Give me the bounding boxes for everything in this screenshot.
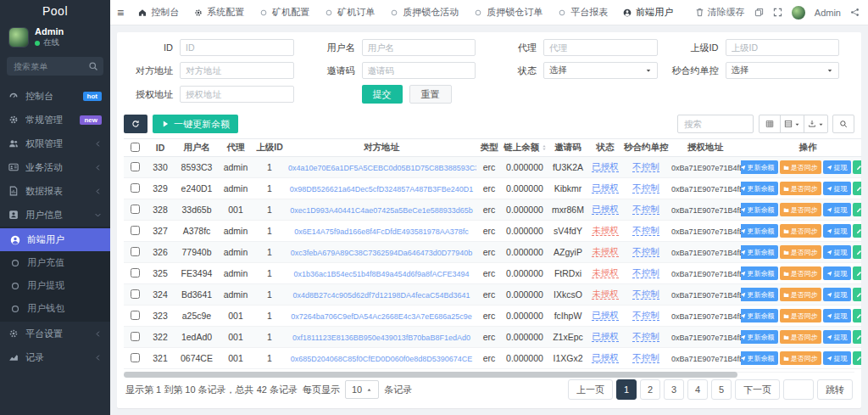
- edit-button[interactable]: [853, 351, 862, 365]
- update-balance-button[interactable]: 更新余额: [741, 330, 778, 344]
- sidebar-item-record[interactable]: 记录: [0, 345, 110, 369]
- row-checkbox[interactable]: [131, 162, 140, 171]
- withdraw-button[interactable]: 提现: [823, 288, 851, 301]
- sidebar-item-user-recharge[interactable]: 用户充值: [0, 251, 110, 274]
- address-link[interactable]: 0x1b36ac1B54ec51b4f8B49a454d6f9a8fACFE34…: [293, 270, 469, 278]
- row-checkbox[interactable]: [131, 311, 140, 320]
- update-balance-button[interactable]: 更新余额: [741, 245, 778, 259]
- refresh-button[interactable]: [124, 115, 147, 133]
- sync-button[interactable]: 是否同步: [780, 288, 821, 301]
- sync-button[interactable]: 是否同步: [780, 224, 821, 238]
- prev-page-button[interactable]: 上一页: [568, 379, 613, 400]
- address-link[interactable]: 0xec1D993A40441C4ae07425a5BeCe1e588933d6…: [290, 206, 473, 215]
- hamburger-icon[interactable]: ≡: [117, 6, 124, 20]
- nav-tab-stake-orders[interactable]: 质押锁仓订单: [466, 0, 550, 25]
- sync-button[interactable]: 是否同步: [780, 266, 821, 280]
- sidebar-item-console[interactable]: 控制台hot: [0, 84, 110, 108]
- jump-button[interactable]: 跳转: [817, 379, 853, 400]
- edit-button[interactable]: [853, 224, 862, 238]
- update-balance-button[interactable]: 更新余额: [741, 351, 778, 365]
- submit-button[interactable]: 提交: [362, 85, 403, 104]
- withdraw-button[interactable]: 提现: [823, 351, 851, 365]
- status-link[interactable]: 未授权: [592, 289, 619, 300]
- row-checkbox[interactable]: [131, 226, 140, 235]
- clear-cache-button[interactable]: 清除缓存: [695, 6, 745, 19]
- withdraw-button[interactable]: 提现: [823, 203, 851, 216]
- nav-tab-console[interactable]: 控制台: [131, 0, 186, 25]
- sidebar-item-front-user[interactable]: 前端用户: [0, 228, 110, 251]
- control-link[interactable]: 不控制: [632, 352, 659, 363]
- edit-button[interactable]: [853, 288, 862, 301]
- withdraw-button[interactable]: 提现: [823, 330, 851, 344]
- update-balance-button[interactable]: 更新余额: [741, 203, 778, 216]
- edit-button[interactable]: [853, 160, 862, 174]
- page-size-select[interactable]: 10: [345, 380, 379, 399]
- withdraw-button[interactable]: 提现: [823, 160, 851, 174]
- sidebar-item-userinfo[interactable]: 用户信息: [0, 203, 110, 227]
- sidebar-item-platform[interactable]: 平台设置: [0, 322, 110, 345]
- control-link[interactable]: 不控制: [632, 267, 659, 278]
- sidebar-item-user-withdraw[interactable]: 用户提现: [0, 274, 110, 297]
- row-checkbox[interactable]: [131, 183, 140, 193]
- status-link[interactable]: 已授权: [592, 310, 619, 321]
- update-balance-button[interactable]: 更新余额: [741, 160, 778, 174]
- update-balance-button[interactable]: 更新余额: [741, 266, 778, 280]
- address-link[interactable]: 0xf1811123E8136BB950e439013fB70baB8F1edA…: [292, 334, 470, 342]
- export-button[interactable]: [804, 115, 828, 133]
- control-link[interactable]: 不控制: [632, 182, 659, 193]
- edit-button[interactable]: [853, 245, 862, 259]
- sync-button[interactable]: 是否同步: [780, 309, 821, 322]
- edit-button[interactable]: [853, 182, 862, 195]
- avatar[interactable]: [8, 27, 29, 48]
- page-button-1[interactable]: 1: [616, 379, 637, 400]
- address-link[interactable]: 0x7264ba706C9efDA54Ac2668E4c3A7eE686a25c…: [291, 312, 472, 321]
- batch-update-balance-button[interactable]: 一键更新余额: [153, 115, 238, 133]
- select-all-checkbox[interactable]: [131, 143, 140, 152]
- status-link[interactable]: 已授权: [592, 182, 619, 193]
- edit-button[interactable]: [853, 203, 862, 216]
- nav-tab-platform-report[interactable]: 平台报表: [550, 0, 615, 25]
- copy-page-icon[interactable]: [754, 8, 764, 17]
- sidebar-item-report[interactable]: 数据报表: [0, 179, 110, 203]
- nav-tab-stake-activity[interactable]: 质押锁仓活动: [382, 0, 466, 25]
- parent-id-field[interactable]: [726, 39, 840, 56]
- auth-address-field[interactable]: [180, 86, 294, 103]
- fullscreen-icon[interactable]: [773, 8, 782, 17]
- edit-button[interactable]: [853, 330, 862, 344]
- horizontal-scrollbar-thumb[interactable]: [124, 372, 737, 378]
- sync-button[interactable]: 是否同步: [780, 330, 821, 344]
- address-link[interactable]: 0x6E14A75f9ad166e8f4FcDfdE493581978AA378…: [294, 227, 469, 236]
- control-link[interactable]: 不控制: [632, 310, 659, 321]
- update-balance-button[interactable]: 更新余额: [741, 309, 778, 322]
- withdraw-button[interactable]: 提现: [823, 266, 851, 280]
- sync-button[interactable]: 是否同步: [780, 245, 821, 259]
- nav-tab-miner-config[interactable]: 矿机配置: [252, 0, 317, 25]
- sync-button[interactable]: 是否同步: [780, 203, 821, 216]
- update-balance-button[interactable]: 更新余额: [741, 224, 778, 238]
- invite-code-field[interactable]: [362, 62, 476, 79]
- sync-button[interactable]: 是否同步: [780, 160, 821, 174]
- update-balance-button[interactable]: 更新余额: [741, 288, 778, 301]
- withdraw-button[interactable]: 提现: [823, 245, 851, 259]
- agent-field[interactable]: [543, 39, 658, 56]
- sidebar-item-user-wallet[interactable]: 用户钱包: [0, 297, 110, 320]
- page-button-5[interactable]: 5: [711, 379, 732, 400]
- jump-page-input[interactable]: [783, 379, 814, 400]
- edit-button[interactable]: [853, 266, 862, 280]
- row-checkbox[interactable]: [131, 353, 140, 362]
- search-button[interactable]: [832, 115, 854, 133]
- contract-control-select[interactable]: 选择: [726, 62, 840, 79]
- username-field[interactable]: [362, 39, 476, 56]
- row-checkbox[interactable]: [131, 247, 140, 256]
- withdraw-button[interactable]: 提现: [823, 182, 851, 195]
- status-link[interactable]: 已授权: [592, 352, 619, 363]
- paging-switch-button[interactable]: [759, 115, 781, 133]
- nav-tab-system-config[interactable]: 系统配置: [186, 0, 252, 25]
- share-nodes-icon[interactable]: [850, 8, 860, 17]
- address-link[interactable]: 0x685D204068C85f0CfED0D060f0e8d8D5390674…: [291, 355, 473, 363]
- sync-button[interactable]: 是否同步: [780, 182, 821, 195]
- status-link[interactable]: 已授权: [592, 161, 619, 172]
- update-balance-button[interactable]: 更新余额: [741, 182, 778, 195]
- table-search-input[interactable]: [677, 115, 754, 133]
- withdraw-button[interactable]: 提现: [823, 309, 851, 322]
